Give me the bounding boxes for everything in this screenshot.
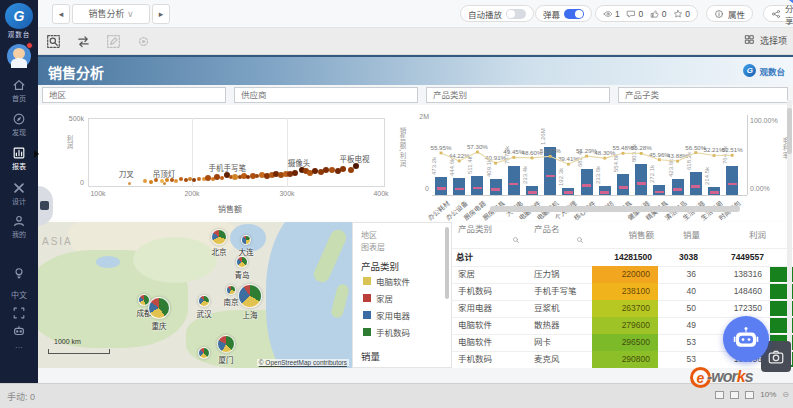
bar-chart-hscrollbar[interactable] <box>490 206 740 212</box>
bar-办公耗材[interactable] <box>435 177 447 195</box>
legend-item-电脑软件[interactable]: 电脑软件 <box>363 275 410 287</box>
view-normal-icon[interactable] <box>715 391 724 399</box>
view-reading-icon[interactable] <box>745 391 754 399</box>
bar-value-label: 423.6k <box>668 159 675 177</box>
table-total-0: 总计 <box>456 249 522 266</box>
filter-地区[interactable]: 地区 <box>42 87 226 103</box>
bar-家具[interactable] <box>617 174 629 195</box>
autoplay-toggle-group[interactable]: 自动播放 <box>460 5 534 22</box>
box-select-zoom-icon[interactable] <box>46 34 61 49</box>
engagement-stats: 1000 <box>595 5 698 22</box>
dashboard-vscrollbar[interactable] <box>787 100 792 365</box>
scatter-point[interactable] <box>184 178 188 182</box>
table-row-手机手写笔[interactable]: 手机数码手机手写笔23810040148460 <box>452 283 793 300</box>
legend-color-swatch <box>363 294 371 302</box>
crosshair-icon[interactable] <box>136 34 151 49</box>
search-icon[interactable] <box>576 230 584 248</box>
bar-profit-dash <box>473 187 482 190</box>
bar-时尚箱包[interactable] <box>726 166 738 195</box>
bar-核心配件[interactable] <box>581 169 593 195</box>
scatter-point[interactable] <box>128 182 131 185</box>
sidebar-footer-item-中文[interactable]: 中文 <box>0 288 38 300</box>
filter-产品子类[interactable]: 产品子类 <box>618 87 788 103</box>
filter-供应商[interactable]: 供应商 <box>234 87 418 103</box>
sidebar-footer-item-fullscreen-icon[interactable] <box>0 306 38 320</box>
map-attribution-link[interactable]: © OpenStreetMap contributors <box>257 359 349 366</box>
bar-健康电器[interactable] <box>635 164 647 195</box>
bar-厨房用具[interactable] <box>490 179 502 195</box>
bar-value-label: 272.1k <box>649 165 656 183</box>
scatter-point[interactable] <box>232 174 238 180</box>
ai-assistant-button[interactable] <box>723 316 769 362</box>
table-header-销量[interactable]: 销量 <box>664 230 700 241</box>
legend-item-家居[interactable]: 家居 <box>363 292 393 304</box>
map-pie-青岛[interactable] <box>236 256 248 268</box>
scatter-point[interactable] <box>220 176 224 180</box>
sidebar-item-label: 发现 <box>0 127 38 137</box>
bar-大家电[interactable] <box>508 166 520 195</box>
scatter-point-label: 吊顶灯 <box>153 168 176 179</box>
bar-生活电器[interactable] <box>690 172 702 195</box>
report-chart-icon <box>0 146 38 160</box>
sidebar-item-首页[interactable]: 首页 <box>0 78 38 103</box>
table-header-利润[interactable]: 利润 <box>710 230 766 241</box>
zoom-out-icon[interactable]: ⊖ <box>782 390 789 399</box>
bar-清洁用品[interactable] <box>672 179 684 195</box>
map-pie-大连[interactable] <box>241 235 251 245</box>
scatter-point[interactable] <box>292 170 298 176</box>
table-cell: 263700 <box>592 300 658 317</box>
bar-办公设备[interactable] <box>453 178 465 195</box>
table-row-压力锅[interactable]: 家居压力锅22000036138316 <box>452 266 793 283</box>
bar-厨房电器[interactable] <box>471 176 483 195</box>
legend-scrollbar[interactable] <box>445 227 449 299</box>
stat-comment-icon[interactable]: 0 <box>626 9 643 19</box>
zoom-level[interactable]: 10% <box>760 390 776 399</box>
sidebar-item-发现[interactable]: 发现 <box>0 112 38 137</box>
swap-arrows-icon[interactable] <box>76 34 91 49</box>
annotate-pencil-icon[interactable] <box>106 34 121 49</box>
danmaku-toggle[interactable] <box>564 9 584 19</box>
sidebar-footer-item-assistant-icon[interactable] <box>0 324 38 338</box>
select-items-button[interactable]: 选择项 <box>744 34 787 47</box>
view-sorter-icon[interactable] <box>730 391 739 399</box>
sidebar-footer-item-lightbulb-icon[interactable] <box>0 266 38 280</box>
filter-产品类别[interactable]: 产品类别 <box>426 87 610 103</box>
table-header-销售额[interactable]: 销售额 <box>598 230 654 241</box>
map-region-label: ASIA <box>42 236 73 247</box>
map-pie-厦门[interactable] <box>217 335 235 353</box>
user-avatar[interactable] <box>7 44 31 68</box>
legend-item-家用电器[interactable]: 家用电器 <box>363 309 410 321</box>
map-pie-city[interactable] <box>198 347 210 359</box>
stat-like-icon[interactable]: 0 <box>650 9 667 19</box>
stat-eye-icon[interactable]: 1 <box>603 9 620 19</box>
sidebar-item-我的[interactable]: 我的 <box>0 214 38 239</box>
map-pie-武汉[interactable] <box>198 295 210 307</box>
scatter-point[interactable] <box>149 180 153 184</box>
prev-tab-button[interactable]: ◂ <box>52 4 70 24</box>
map-pie-北京[interactable] <box>211 229 227 245</box>
table-cell: 手机手写笔 <box>528 283 592 300</box>
map-pie-重庆[interactable] <box>148 297 170 319</box>
search-icon[interactable] <box>512 230 520 248</box>
scatter-point-label: 手机手写笔 <box>208 162 246 173</box>
sidebar-item-报表[interactable]: 报表 <box>0 146 38 171</box>
table-cell: 138316 <box>704 266 770 283</box>
properties-button[interactable]: 属性 <box>706 5 753 22</box>
scatter-point[interactable] <box>174 179 178 183</box>
map-pie-南京[interactable] <box>226 285 236 295</box>
autoplay-toggle[interactable] <box>506 9 526 19</box>
danmaku-toggle-group[interactable]: 弹幕 <box>535 5 592 22</box>
sidebar-footer-item-···[interactable]: ··· <box>0 342 38 352</box>
stat-star-icon[interactable]: 0 <box>673 9 690 19</box>
sidebar-item-设计[interactable]: 设计 <box>0 181 38 206</box>
sidebar-collapse-arrow-icon[interactable] <box>34 150 39 158</box>
next-tab-button[interactable]: ▸ <box>152 4 170 24</box>
legend-item-手机数码[interactable]: 手机数码 <box>363 326 410 338</box>
home-icon <box>0 78 38 92</box>
tab-sales-analysis[interactable]: 销售分析 ∨ <box>72 4 150 24</box>
map-pie-上海[interactable] <box>238 284 262 308</box>
share-button[interactable]: 分享 <box>763 5 793 22</box>
table-row-豆浆机[interactable]: 家用电器豆浆机26370050172350 <box>452 300 793 317</box>
scatter-point[interactable] <box>197 177 201 181</box>
share-label: 分享 <box>785 2 793 26</box>
